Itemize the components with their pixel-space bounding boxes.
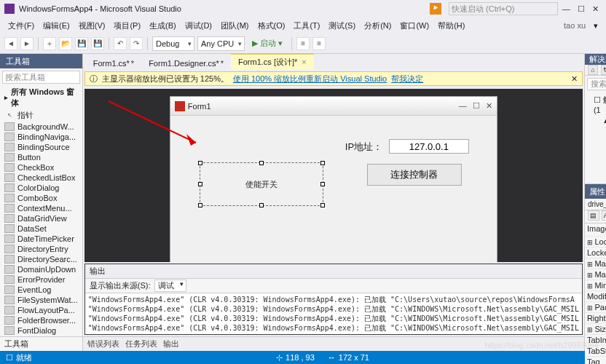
window-controls[interactable]: —☐✕: [562, 4, 602, 14]
save-button[interactable]: 💾: [75, 37, 88, 50]
property-row[interactable]: Margin3, 3, 3, 3: [585, 258, 606, 269]
user-name[interactable]: tao xu: [560, 20, 589, 31]
toolbox-item[interactable]: DataGridView: [0, 213, 82, 223]
form-canvas[interactable]: Form1 —☐✕ 使能开关 IP地址： 连接控制器: [170, 96, 497, 262]
align-btn-2[interactable]: ≡: [312, 37, 326, 50]
home-icon[interactable]: ⌂: [588, 65, 598, 75]
output-source-combo[interactable]: 调试: [154, 280, 186, 292]
output-tab[interactable]: 错误列表: [87, 339, 119, 349]
menu-分析(N)[interactable]: 分析(N): [361, 19, 395, 33]
new-button[interactable]: ＋: [43, 37, 56, 50]
output-src-label: 显示输出来源(S):: [90, 280, 151, 291]
property-row[interactable]: Size172, 71: [585, 324, 606, 335]
toolbox-item[interactable]: ErrorProvider: [0, 274, 82, 285]
redo-button[interactable]: ↷: [130, 37, 143, 50]
toolbox-item[interactable]: DirectorySearc...: [0, 254, 82, 264]
control-icon: [4, 122, 15, 131]
undo-button[interactable]: ↶: [114, 37, 127, 50]
menu-工具(T)[interactable]: 工具(T): [290, 19, 323, 33]
menu-项目(P)[interactable]: 项目(P): [110, 19, 144, 33]
menu-文件(F)[interactable]: 文件(F): [4, 19, 38, 33]
nav-back-button[interactable]: ◄: [4, 37, 17, 50]
control-icon: [4, 316, 15, 325]
align-btn[interactable]: ≡: [296, 37, 310, 50]
toolbox-category[interactable]: 所有 Windows 窗体: [0, 86, 82, 109]
menu-编辑(E)[interactable]: 编辑(E): [39, 19, 74, 33]
doc-tab[interactable]: Form1.Designer.cs*: [141, 57, 231, 70]
toolbox-item[interactable]: DomainUpDown: [0, 264, 82, 274]
toolbox-item[interactable]: DataSet: [0, 223, 82, 234]
config-combo[interactable]: Debug: [152, 36, 194, 51]
alpha-icon[interactable]: A↓: [602, 210, 606, 221]
toolbox-item[interactable]: CheckBox: [0, 162, 82, 173]
output-tab[interactable]: 输出: [163, 339, 179, 349]
toolbox-item[interactable]: CheckedListBox: [0, 173, 82, 183]
property-row[interactable]: Tag: [585, 357, 606, 364]
status-location: ⊹ 118 , 93: [276, 353, 315, 363]
nav-fwd-button[interactable]: ►: [20, 37, 34, 50]
toolbox-item[interactable]: ComboBox: [0, 193, 82, 203]
help-link[interactable]: 帮我决定: [391, 74, 423, 84]
toolbox-item[interactable]: BindingNaviga...: [0, 132, 82, 142]
toolbox-item[interactable]: DirectoryEntry: [0, 244, 82, 254]
properties-object[interactable]: drive_switch System.Windows.Forms.L: [585, 199, 606, 210]
doc-tab[interactable]: Form1.cs [设计]*: [231, 53, 314, 70]
property-row[interactable]: ImageList(无): [585, 223, 606, 237]
menu-格式(O)[interactable]: 格式(O): [254, 19, 289, 33]
toolbox-item[interactable]: DateTimePicker: [0, 234, 82, 244]
selected-control-drive-switch[interactable]: 使能开关: [200, 162, 323, 206]
control-icon: [4, 275, 15, 284]
menu-窗口(W)[interactable]: 窗口(W): [396, 19, 433, 33]
property-row[interactable]: RightToLeftNo: [585, 313, 606, 324]
categorized-icon[interactable]: ▤: [588, 210, 599, 221]
quick-launch-input[interactable]: 快速启动 (Ctrl+Q): [449, 2, 558, 15]
output-tab[interactable]: 任务列表: [125, 339, 157, 349]
platform-combo[interactable]: Any CPU: [197, 36, 245, 51]
doc-tab[interactable]: Form1.cs*: [86, 57, 141, 70]
menu-生成(B)[interactable]: 生成(B): [146, 19, 180, 33]
toolbox-item[interactable]: EventLog: [0, 285, 82, 295]
toolbox-item[interactable]: ↖指针: [0, 109, 82, 122]
save-all-button[interactable]: 💾: [91, 37, 104, 50]
control-icon: [4, 245, 15, 253]
property-row[interactable]: MinimumSize0, 0: [585, 280, 606, 291]
toolbox-item[interactable]: Button: [0, 152, 82, 162]
control-icon: [4, 194, 15, 202]
output-text[interactable]: "WindowsFormsApp4.exe" (CLR v4.0.30319: …: [85, 293, 582, 334]
info-close-icon[interactable]: ✕: [571, 74, 578, 84]
property-row[interactable]: ModifiersPrivate: [585, 291, 606, 302]
toolbox-item[interactable]: BindingSource: [0, 142, 82, 152]
status-size: ↔ 172 x 71: [328, 353, 369, 362]
control-icon: [4, 265, 15, 274]
connect-button[interactable]: 连接控制器: [367, 164, 462, 186]
menu-视图(V)[interactable]: 视图(V): [75, 19, 109, 33]
form-designer[interactable]: Form1 —☐✕ 使能开关 IP地址： 连接控制器: [84, 89, 583, 262]
solution-tree[interactable]: ☐ 解决方案"WindowsFormsApp4"(1 ▲ ☐ WindowsFo…: [585, 92, 606, 183]
menu-帮助(H)[interactable]: 帮助(H): [434, 19, 468, 33]
ip-textbox[interactable]: [389, 139, 469, 154]
property-row[interactable]: Padding0, 0, 0, 0: [585, 302, 606, 313]
user-menu-icon[interactable]: ▾: [590, 20, 602, 32]
menu-团队(M)[interactable]: 团队(M): [217, 19, 253, 33]
toolbox-item[interactable]: FolderBrowser...: [0, 315, 82, 325]
notification-icon[interactable]: [430, 3, 441, 15]
menu-调试(D)[interactable]: 调试(D): [181, 19, 216, 33]
property-row[interactable]: Location118, 93: [585, 237, 606, 248]
toolbox-item[interactable]: FileSystemWat...: [0, 295, 82, 305]
toolbox-search-input[interactable]: 授索工具箱: [2, 71, 80, 84]
property-row[interactable]: MaximumSize0, 0: [585, 269, 606, 280]
toolbox-tab[interactable]: 工具箱: [0, 336, 82, 351]
toolbox-item[interactable]: ColorDialog: [0, 183, 82, 193]
restart-link[interactable]: 使用 100% 缩放比例重新启动 Visual Studio: [233, 74, 387, 84]
toolbox-item[interactable]: ContextMenu...: [0, 203, 82, 213]
toolbox-item[interactable]: FontDialog: [0, 325, 82, 336]
property-row[interactable]: TabStopTrue: [585, 346, 606, 357]
solexp-search-input[interactable]: 搜索解决方案资源管理器(Ctrl+;): [587, 78, 606, 90]
start-debug-button[interactable]: ▶ 启动 ▾: [248, 38, 287, 49]
menu-测试(S)[interactable]: 测试(S): [325, 19, 359, 33]
property-row[interactable]: LockedFalse: [585, 248, 606, 258]
open-button[interactable]: 📂: [59, 37, 72, 50]
toolbox-item[interactable]: FlowLayoutPa...: [0, 305, 82, 315]
toolbox-item[interactable]: BackgroundW...: [0, 122, 82, 132]
property-row[interactable]: TabIndex1: [585, 335, 606, 346]
